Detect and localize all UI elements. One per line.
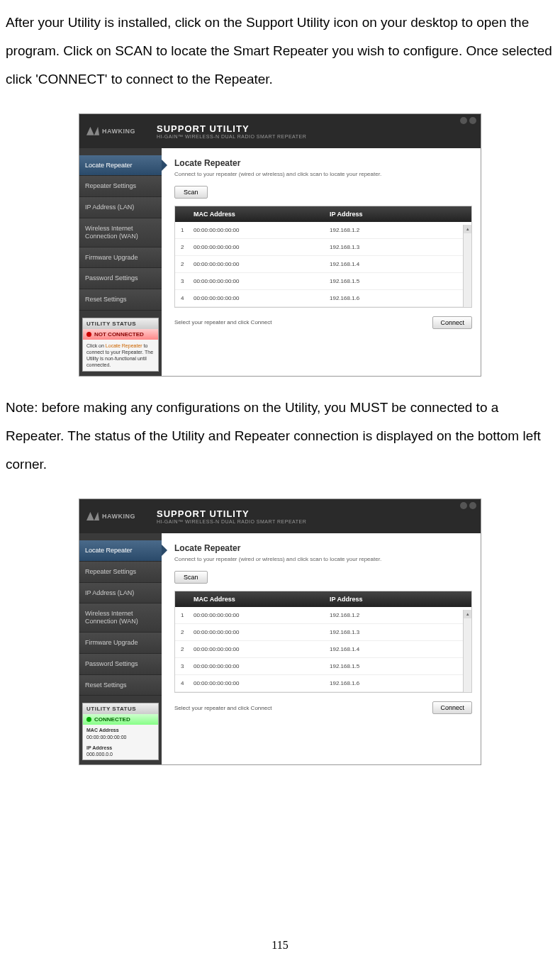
table-row[interactable]: 4 00:00:00:00:00:00 192.168.1.6 [175,675,471,692]
footer-hint: Select your repeater and click Connect [174,319,271,325]
sidebar-item-repeater-settings[interactable]: Repeater Settings [79,562,162,583]
sidebar-item-firmware-upgrade[interactable]: Firmware Upgrade [79,633,162,654]
table-row[interactable]: 4 00:00:00:00:00:00 192.168.1.6 [175,290,471,307]
sidebar: Locate Repeater Repeater Settings IP Add… [79,533,162,764]
page-number: 115 [271,939,288,952]
status-dot-icon [86,332,91,337]
app-title: SUPPORT UTILITY [157,123,306,134]
sidebar-item-repeater-settings[interactable]: Repeater Settings [79,176,162,197]
status-description: Click on Locate Repeater to connect to y… [83,340,158,371]
window-controls [460,117,476,124]
main-title: Locate Repeater [174,158,472,168]
sidebar-item-ip-address-lan[interactable]: IP Address (LAN) [79,197,162,218]
table-row[interactable]: 2 00:00:00:00:00:00 192.168.1.3 [175,239,471,256]
table-row[interactable]: 3 00:00:00:00:00:00 192.168.1.5 [175,658,471,675]
scrollbar[interactable]: ▴ [463,610,471,692]
sidebar-item-locate-repeater[interactable]: Locate Repeater [79,540,162,562]
status-badge-not-connected: NOT CONNECTED [83,329,158,340]
sidebar-item-locate-repeater[interactable]: Locate Repeater [79,155,162,177]
sidebar-item-ip-address-lan[interactable]: IP Address (LAN) [79,583,162,604]
table-row[interactable]: 2 00:00:00:00:00:00 192.168.1.4 [175,256,471,273]
hawking-logo-icon [86,127,99,135]
status-label: NOT CONNECTED [94,331,144,338]
repeater-table: MAC Address IP Address 1 00:00:00:00:00:… [174,206,472,308]
status-mac: MAC Address 00:00:00:00:00:00 [83,725,158,742]
app-title: SUPPORT UTILITY [157,508,306,519]
minimize-icon[interactable] [460,502,467,509]
brand-name: HAWKING [102,128,135,135]
close-icon[interactable] [469,117,476,124]
status-dot-icon [86,717,91,722]
paragraph-1: After your Utility is installed, click o… [6,9,554,94]
main-description: Connect to your repeater (wired or wirel… [174,556,472,562]
brand-logo: HAWKING [86,127,135,135]
sidebar-item-password-settings[interactable]: Password Settings [79,268,162,289]
hawking-logo-icon [86,512,99,521]
scroll-up-icon[interactable]: ▴ [464,610,471,618]
brand-logo: HAWKING [86,512,135,521]
sidebar-item-reset-settings[interactable]: Reset Settings [79,675,162,696]
status-label: CONNECTED [94,716,130,723]
column-header-ip: IP Address [330,211,466,218]
table-row[interactable]: 1 00:00:00:00:00:00 192.168.1.2 [175,222,471,239]
table-row[interactable]: 1 00:00:00:00:00:00 192.168.1.2 [175,607,471,624]
main-panel: Locate Repeater Connect to your repeater… [162,148,481,377]
repeater-table: MAC Address IP Address 1 00:00:00:00:00:… [174,591,472,693]
paragraph-2: Note: before making any configurations o… [6,394,554,479]
sidebar-item-firmware-upgrade[interactable]: Firmware Upgrade [79,247,162,269]
app-header: HAWKING SUPPORT UTILITY HI-GAIN™ WIRELES… [79,499,481,533]
status-header: UTILITY STATUS [83,318,158,329]
window-controls [460,502,476,509]
table-row[interactable]: 2 00:00:00:00:00:00 192.168.1.4 [175,641,471,658]
status-ip: IP Address 000.000.0.0 [83,742,158,759]
sidebar: Locate Repeater Repeater Settings IP Add… [79,148,162,377]
sidebar-item-reset-settings[interactable]: Reset Settings [79,289,162,311]
utility-status-box: UTILITY STATUS CONNECTED MAC Address 00:… [82,703,159,759]
main-description: Connect to your repeater (wired or wirel… [174,171,472,177]
status-header: UTILITY STATUS [83,703,158,714]
column-header-mac: MAC Address [181,211,330,218]
scan-button[interactable]: Scan [174,571,208,584]
table-row[interactable]: 2 00:00:00:00:00:00 192.168.1.3 [175,624,471,641]
connect-button[interactable]: Connect [432,701,472,714]
connect-button[interactable]: Connect [432,316,472,329]
screenshot-connected: HAWKING SUPPORT UTILITY HI-GAIN™ WIRELES… [79,499,481,765]
app-subtitle: HI-GAIN™ WIRELESS-N DUAL RADIO SMART REP… [157,519,306,524]
sidebar-item-wireless-wan[interactable]: Wireless Internet Connection (WAN) [79,218,162,247]
scrollbar[interactable]: ▴ [463,225,471,307]
footer-hint: Select your repeater and click Connect [174,705,271,711]
brand-name: HAWKING [102,513,135,520]
sidebar-item-wireless-wan[interactable]: Wireless Internet Connection (WAN) [79,603,162,633]
sidebar-item-password-settings[interactable]: Password Settings [79,654,162,675]
minimize-icon[interactable] [460,117,467,124]
main-panel: Locate Repeater Connect to your repeater… [162,533,481,764]
column-header-ip: IP Address [330,596,466,603]
status-badge-connected: CONNECTED [83,714,158,725]
table-row[interactable]: 3 00:00:00:00:00:00 192.168.1.5 [175,273,471,290]
scan-button[interactable]: Scan [174,186,208,199]
app-header: HAWKING SUPPORT UTILITY HI-GAIN™ WIRELES… [79,114,481,148]
column-header-mac: MAC Address [181,596,330,603]
screenshot-not-connected: HAWKING SUPPORT UTILITY HI-GAIN™ WIRELES… [79,113,481,377]
close-icon[interactable] [469,502,476,509]
app-subtitle: HI-GAIN™ WIRELESS-N DUAL RADIO SMART REP… [157,134,306,139]
scroll-up-icon[interactable]: ▴ [464,225,471,233]
utility-status-box: UTILITY STATUS NOT CONNECTED Click on Lo… [82,318,159,372]
main-title: Locate Repeater [174,543,472,553]
